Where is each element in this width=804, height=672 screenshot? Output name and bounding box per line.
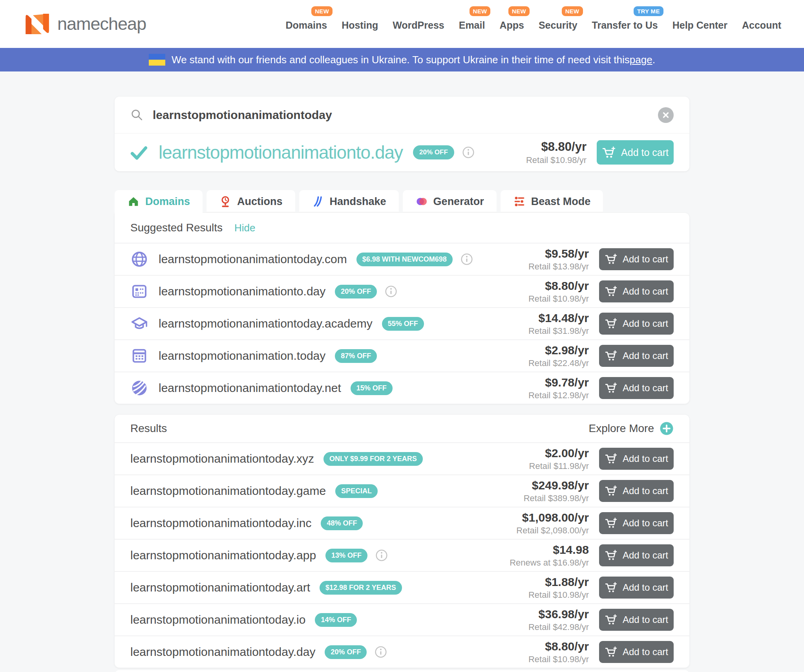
domain-name: learnstopmotionanimation.today: [159, 349, 325, 363]
tab-label: Auctions: [237, 196, 283, 208]
nav-item-hosting[interactable]: Hosting: [342, 17, 378, 31]
discount-badge: 55% OFF: [382, 317, 424, 331]
explore-more-button[interactable]: Explore More: [588, 421, 674, 436]
ukraine-flag-icon: [149, 54, 165, 66]
add-to-cart-button[interactable]: Add to cart: [599, 544, 674, 566]
price: $8.80/yr: [528, 279, 589, 293]
featured-discount-badge: 20% OFF: [413, 145, 454, 159]
nav-item-transfer-to-us[interactable]: Transfer to Us TRY ME: [592, 17, 658, 31]
price: $36.98/yr: [528, 608, 589, 621]
price: $8.80/yr: [526, 140, 587, 154]
nav-item-help-center[interactable]: Help Center: [672, 17, 727, 31]
tab-label: Generator: [433, 196, 484, 208]
tab-label: Domains: [145, 196, 190, 208]
add-to-cart-button[interactable]: Add to cart: [599, 480, 674, 502]
add-to-cart-button[interactable]: Add to cart: [599, 448, 674, 470]
tab-handshake[interactable]: Handshake: [299, 190, 399, 213]
retail-price: Retail $12.98/yr: [528, 390, 589, 401]
add-to-cart-button[interactable]: Add to cart: [597, 140, 674, 165]
search-icon: [130, 108, 143, 121]
nav-item-wordpress[interactable]: WordPress: [393, 17, 444, 31]
domain-name: learnstopmotionanimationtoday.game: [130, 484, 326, 498]
info-icon[interactable]: [462, 146, 475, 159]
net-sphere-icon: [130, 379, 148, 397]
domain-result-row: learnstopmotionanimationtoday.day 20% OF…: [115, 635, 689, 668]
price: $249.98/yr: [524, 479, 589, 492]
info-icon[interactable]: [375, 646, 387, 658]
domain-result-row: learnstopmotionanimationtoday.xyz ONLY $…: [115, 442, 689, 474]
plus-circle-icon: [660, 421, 674, 436]
nav-badge: NEW: [508, 6, 530, 16]
domain-search-card: learnstopmotionanimationtoday learnstopm…: [115, 97, 689, 171]
tab-label: Beast Mode: [531, 196, 591, 208]
domain-name: learnstopmotionanimationto.day: [159, 285, 325, 298]
tab-auctions[interactable]: Auctions: [206, 190, 295, 213]
clear-search-button[interactable]: [658, 107, 674, 123]
calendar-today-icon: [130, 347, 148, 365]
add-to-cart-button[interactable]: Add to cart: [599, 641, 674, 663]
price: $1.88/yr: [528, 575, 589, 589]
retail-price: Retail $42.98/yr: [528, 622, 589, 632]
domain-result-row: learnstopmotionanimationtoday.game SPECI…: [115, 474, 689, 507]
domain-name: learnstopmotionanimationtoday.art: [130, 581, 310, 594]
search-bar[interactable]: learnstopmotionanimationtoday: [115, 97, 689, 134]
add-to-cart-button[interactable]: Add to cart: [599, 609, 674, 631]
retail-price: Retail $22.48/yr: [528, 358, 589, 368]
nav-item-security[interactable]: Security NEW: [539, 17, 577, 31]
domain-result-row: learnstopmotionanimationtoday.inc 48% OF…: [115, 507, 689, 539]
price-block: $1,098.00/yr Retail $2,098.00/yr: [516, 511, 589, 536]
academy-cap-icon: [130, 315, 148, 333]
discount-badge: 15% OFF: [351, 381, 393, 395]
domain-name: learnstopmotionanimationtoday.inc: [130, 516, 311, 530]
nav-item-account[interactable]: Account: [742, 17, 781, 31]
add-to-cart-button[interactable]: Add to cart: [599, 248, 674, 270]
tab-domains[interactable]: Domains: [115, 190, 203, 213]
tab-generator[interactable]: Generator: [403, 190, 497, 213]
featured-domain-name[interactable]: learnstopmotionanimationto.day: [159, 142, 403, 163]
add-to-cart-button[interactable]: Add to cart: [599, 377, 674, 399]
domain-result-row: learnstopmotionanimation.today 87% OFF $…: [115, 339, 689, 372]
domain-result-row: learnstopmotionanimationtoday.app 13% OF…: [115, 539, 689, 571]
info-icon[interactable]: [460, 253, 473, 266]
add-to-cart-button[interactable]: Add to cart: [599, 345, 674, 367]
add-to-cart-button[interactable]: Add to cart: [599, 280, 674, 302]
cart-plus-icon: [605, 350, 618, 361]
house-icon: [127, 195, 140, 208]
retail-price: Retail $11.98/yr: [529, 461, 589, 471]
nav-item-email[interactable]: Email NEW: [459, 17, 485, 31]
cart-plus-icon: [605, 318, 618, 329]
price-block: $9.58/yr Retail $13.98/yr: [528, 247, 589, 272]
cart-plus-icon: [605, 550, 618, 561]
retail-price: Retail $10.98/yr: [528, 294, 589, 304]
add-to-cart-button[interactable]: Add to cart: [599, 313, 674, 335]
nav-item-domains[interactable]: Domains NEW: [286, 17, 327, 31]
hide-link[interactable]: Hide: [234, 222, 255, 234]
discount-badge: 48% OFF: [321, 516, 363, 530]
discount-badge: 14% OFF: [315, 613, 357, 627]
tab-beast-mode[interactable]: Beast Mode: [501, 190, 603, 213]
nav-item-apps[interactable]: Apps NEW: [499, 17, 524, 31]
discount-badge: $12.98 FOR 2 YEARS: [320, 581, 402, 595]
price-block: $14.98 Renews at $16.98/yr: [510, 543, 589, 568]
cart-plus-icon: [605, 582, 618, 593]
namecheap-logo[interactable]: namecheap: [23, 12, 146, 36]
price-block: $1.88/yr Retail $10.98/yr: [528, 575, 589, 600]
domain-result-row: learnstopmotionanimationtoday.art $12.98…: [115, 571, 689, 603]
featured-result-row: learnstopmotionanimationto.day 20% OFF $…: [115, 134, 689, 171]
search-input[interactable]: learnstopmotionanimationtoday: [153, 108, 332, 122]
cart-plus-icon: [605, 383, 618, 394]
cart-plus-icon: [605, 518, 618, 529]
cart-plus-icon: [605, 614, 618, 625]
info-icon[interactable]: [385, 285, 397, 298]
add-to-cart-button[interactable]: Add to cart: [599, 512, 674, 534]
banner-page-link[interactable]: page: [630, 54, 652, 66]
domain-name: learnstopmotionanimationtoday.app: [130, 549, 316, 562]
price: $1,098.00/yr: [516, 511, 589, 524]
domain-result-row: learnstopmotionanimationtoday.com $6.98 …: [115, 243, 689, 275]
results-card: Results Explore More learnstopmotionanim…: [115, 415, 689, 668]
nav-badge: NEW: [311, 6, 333, 16]
info-icon[interactable]: [375, 549, 388, 562]
add-to-cart-button[interactable]: Add to cart: [599, 577, 674, 599]
price: $2.98/yr: [528, 344, 589, 357]
results-title: Results: [130, 422, 167, 435]
